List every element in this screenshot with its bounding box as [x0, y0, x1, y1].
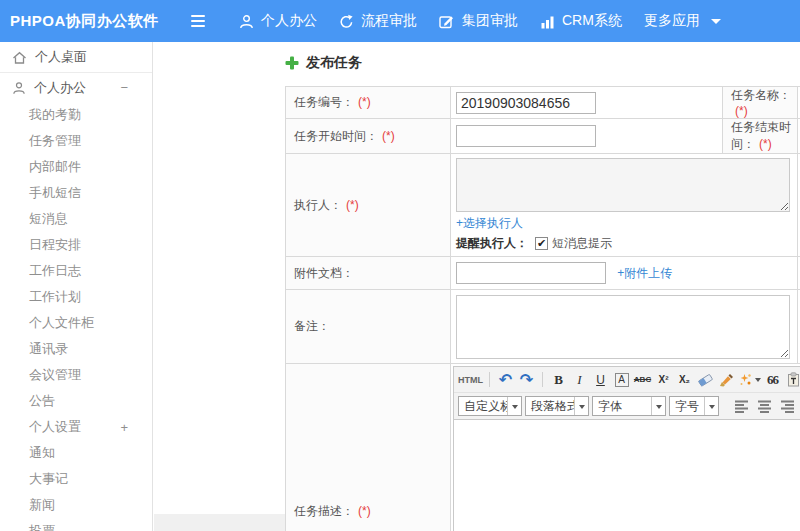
- editor-toolbar-2: 自定义标题 段落格式 字体: [454, 393, 800, 420]
- sidebar-item-internal-mail[interactable]: 内部邮件: [0, 154, 152, 180]
- brush-icon: [719, 373, 734, 387]
- alignment-group: [734, 398, 800, 415]
- nav-item-personal-office[interactable]: 个人办公: [237, 8, 319, 34]
- required-mark: (*): [759, 137, 772, 151]
- sidebar-item-announcement[interactable]: 公告: [0, 388, 152, 414]
- nav-label: 更多应用: [644, 12, 700, 30]
- eraser-button[interactable]: [696, 370, 715, 389]
- collapse-icon[interactable]: −: [120, 80, 128, 95]
- task-number-input[interactable]: [456, 92, 596, 114]
- sidebar-item-work-plan[interactable]: 工作计划: [0, 284, 152, 310]
- user-icon: [239, 14, 254, 29]
- quick-format-button[interactable]: [738, 370, 761, 389]
- sidebar-item-desktop[interactable]: 个人桌面: [0, 42, 152, 73]
- remind-label: 提醒执行人：: [456, 235, 528, 252]
- font-size-dropdown[interactable]: 字号: [669, 396, 719, 416]
- editor-toolbar-1: HTML ↶ ↷ B I U A ABC X² X₂: [454, 367, 800, 393]
- caret-down-icon: [507, 397, 521, 415]
- format-brush-button[interactable]: [717, 370, 736, 389]
- nav-label: 集团审批: [462, 12, 518, 30]
- sidebar-item-meeting[interactable]: 会议管理: [0, 362, 152, 388]
- caret-down-icon: [574, 397, 588, 415]
- task-form: 任务编号：(*) 任务名称：(*) 任务开始时间：(*) 任务结束时间：(*) …: [285, 86, 800, 531]
- attachment-input[interactable]: [456, 262, 606, 284]
- font-style-button[interactable]: A: [612, 370, 631, 389]
- sidebar-item-contacts[interactable]: 通讯录: [0, 336, 152, 362]
- sidebar-item-short-message[interactable]: 短消息: [0, 206, 152, 232]
- sidebar-item-task-management[interactable]: 任务管理: [0, 128, 152, 154]
- executor-textarea[interactable]: [456, 158, 790, 212]
- plus-icon: [285, 56, 299, 70]
- blockquote-button[interactable]: 66: [763, 370, 782, 389]
- sidebar-label: 个人办公: [34, 79, 86, 97]
- superscript-button[interactable]: X²: [654, 370, 673, 389]
- sidebar-item-personal-office[interactable]: 个人办公 −: [0, 73, 152, 102]
- nav-label: CRM系统: [562, 12, 622, 30]
- required-mark: (*): [346, 198, 359, 212]
- paste-plain-button[interactable]: [784, 370, 800, 389]
- attachment-upload-link[interactable]: +附件上传: [617, 266, 672, 280]
- align-right-icon: [781, 400, 796, 413]
- underline-button[interactable]: U: [591, 370, 610, 389]
- expand-icon[interactable]: +: [120, 420, 128, 435]
- sidebar-item-notice[interactable]: 通知: [0, 440, 152, 466]
- app-logo: PHPOA协同办公软件: [0, 12, 153, 31]
- strikethrough-button[interactable]: ABC: [633, 370, 652, 389]
- caret-down-icon: [704, 397, 718, 415]
- sidebar-item-attendance[interactable]: 我的考勤: [0, 102, 152, 128]
- sms-checkbox[interactable]: [535, 237, 548, 250]
- sidebar-item-personal-settings[interactable]: 个人设置 +: [0, 414, 152, 440]
- sidebar-item-schedule[interactable]: 日程安排: [0, 232, 152, 258]
- field-label-executor: 执行人：(*): [286, 154, 451, 257]
- nav-item-group-approval[interactable]: 集团审批: [437, 8, 520, 34]
- editor-content-area[interactable]: [454, 420, 800, 531]
- table-row: 任务编号：(*) 任务名称：(*): [286, 87, 800, 119]
- sidebar-item-sms[interactable]: 手机短信: [0, 180, 152, 206]
- field-label-task-name: 任务名称：(*): [723, 87, 798, 119]
- required-mark: (*): [358, 504, 371, 518]
- sms-label: 短消息提示: [552, 235, 612, 252]
- paragraph-format-dropdown[interactable]: 段落格式: [525, 396, 589, 416]
- sidebar-item-events[interactable]: 大事记: [0, 466, 152, 492]
- top-nav: 个人办公 流程审批 集团审批 CRM系统 更多应用: [237, 8, 723, 34]
- table-row: 执行人：(*) +选择执行人 提醒执行人： 短消息提示: [286, 154, 800, 257]
- bold-button[interactable]: B: [549, 370, 568, 389]
- user-icon: [12, 81, 26, 95]
- subscript-button[interactable]: X₂: [675, 370, 694, 389]
- align-left-button[interactable]: [734, 398, 751, 415]
- app-window: PHPOA协同办公软件 个人办公 流程审批 集团审批 CRM系统 更多应用: [0, 0, 800, 531]
- nav-item-crm[interactable]: CRM系统: [538, 8, 624, 34]
- sidebar-item-file-cabinet[interactable]: 个人文件柜: [0, 310, 152, 336]
- remark-textarea[interactable]: [456, 295, 790, 359]
- sidebar-item-work-log[interactable]: 工作日志: [0, 258, 152, 284]
- redo-button[interactable]: ↷: [517, 370, 536, 389]
- align-right-button[interactable]: [780, 398, 797, 415]
- start-time-input[interactable]: [456, 125, 596, 147]
- nav-item-process-approval[interactable]: 流程审批: [337, 8, 419, 34]
- nav-item-more-apps[interactable]: 更多应用: [642, 8, 723, 34]
- undo-button[interactable]: ↶: [496, 370, 515, 389]
- page-title-text: 发布任务: [306, 54, 362, 72]
- html-source-button[interactable]: HTML: [458, 370, 483, 389]
- table-row: 任务开始时间：(*) 任务结束时间：(*): [286, 119, 800, 154]
- caret-down-icon: [711, 19, 721, 24]
- process-approval-icon: [339, 14, 354, 29]
- sidebar: 个人桌面 个人办公 − 我的考勤 任务管理 内部邮件 手机短信 短消息 日程安排…: [0, 42, 153, 531]
- field-label-description: 任务描述：(*): [286, 364, 451, 531]
- page-title: 发布任务: [285, 54, 362, 72]
- sidebar-label: 个人桌面: [35, 48, 87, 66]
- edit-icon: [439, 14, 455, 29]
- rich-text-editor: HTML ↶ ↷ B I U A ABC X² X₂: [453, 366, 800, 531]
- sidebar-item-news[interactable]: 新闻: [0, 492, 152, 518]
- select-executor-link[interactable]: +选择执行人: [456, 215, 523, 232]
- custom-title-dropdown[interactable]: 自定义标题: [458, 396, 522, 416]
- menu-icon[interactable]: [191, 15, 205, 27]
- remind-row: 提醒执行人： 短消息提示: [456, 235, 792, 252]
- required-mark: (*): [735, 104, 748, 118]
- font-family-dropdown[interactable]: 字体: [592, 396, 666, 416]
- table-row: 附件文档： +附件上传: [286, 257, 800, 290]
- align-center-button[interactable]: [757, 398, 774, 415]
- sidebar-item-vote[interactable]: 投票: [0, 518, 152, 531]
- italic-button[interactable]: I: [570, 370, 589, 389]
- field-label-remark: 备注：: [286, 290, 451, 364]
